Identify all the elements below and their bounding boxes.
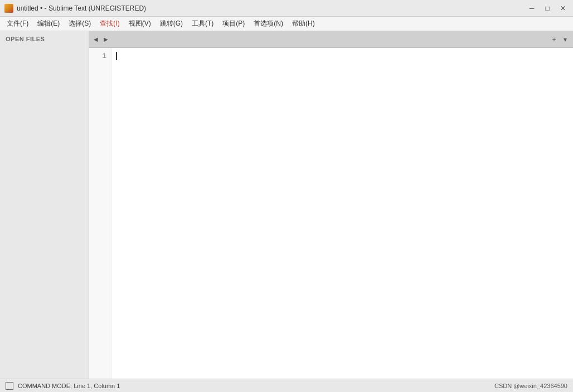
sidebar: OPEN FILES [0, 31, 89, 379]
app-icon [4, 4, 13, 13]
status-icon [6, 382, 13, 390]
text-cursor [116, 52, 117, 60]
editor-area: ◀ ▶ + ▾ 1 [89, 31, 573, 379]
tab-bar: ◀ ▶ + ▾ [89, 31, 573, 48]
close-button[interactable]: ✕ [557, 3, 569, 14]
open-files-label: OPEN FILES [0, 31, 89, 46]
menu-item-2[interactable]: 选择(S) [64, 18, 95, 30]
tab-bar-right: + ▾ [550, 34, 573, 45]
tab-dropdown-button[interactable]: ▾ [561, 34, 570, 45]
tab-nav-right-button[interactable]: ▶ [101, 34, 110, 45]
editor-wrapper: 1 [89, 48, 573, 379]
title-text: untitled • - Sublime Text (UNREGISTERED) [17, 4, 146, 12]
minimize-button[interactable]: ─ [526, 3, 537, 14]
line-numbers: 1 [89, 48, 111, 379]
menu-item-6[interactable]: 工具(T) [187, 18, 218, 30]
new-tab-button[interactable]: + [550, 34, 559, 45]
status-left: COMMAND MODE, Line 1, Column 1 [6, 382, 120, 390]
main-area: OPEN FILES ◀ ▶ + ▾ 1 [0, 31, 573, 379]
menu-item-7[interactable]: 项目(P) [218, 18, 249, 30]
line-number-1: 1 [89, 50, 111, 61]
menu-item-3[interactable]: 查找(I) [95, 18, 124, 30]
menu-item-9[interactable]: 帮助(H) [288, 18, 319, 30]
menu-item-4[interactable]: 视图(V) [124, 18, 156, 30]
tab-bar-left: ◀ ▶ [89, 34, 110, 45]
title-left: untitled • - Sublime Text (UNREGISTERED) [4, 4, 146, 13]
status-right: CSDN @weixin_42364590 [494, 383, 567, 389]
editor-content[interactable] [111, 48, 573, 379]
title-bar: untitled • - Sublime Text (UNREGISTERED)… [0, 0, 573, 17]
tab-nav-left-button[interactable]: ◀ [91, 34, 100, 45]
menu-item-1[interactable]: 编辑(E) [33, 18, 64, 30]
window-controls: ─ □ ✕ [526, 3, 569, 14]
menu-item-5[interactable]: 跳转(G) [156, 18, 187, 30]
menu-bar: 文件(F)编辑(E)选择(S)查找(I)视图(V)跳转(G)工具(T)项目(P)… [0, 17, 573, 31]
menu-item-0[interactable]: 文件(F) [2, 18, 33, 30]
status-bar: COMMAND MODE, Line 1, Column 1 CSDN @wei… [0, 379, 573, 392]
cursor-line [116, 50, 569, 61]
menu-item-8[interactable]: 首选项(N) [249, 18, 288, 30]
maximize-button[interactable]: □ [542, 3, 553, 14]
status-text: COMMAND MODE, Line 1, Column 1 [18, 383, 120, 389]
